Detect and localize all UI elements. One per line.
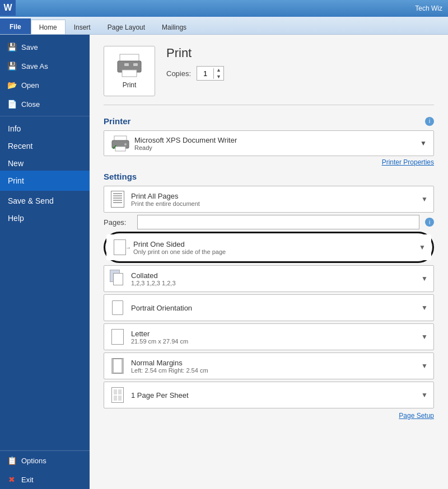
copies-value: 1 xyxy=(197,68,214,79)
svg-point-8 xyxy=(124,143,127,145)
settings-row-print-one-sided[interactable]: Print One Sided Only print on one side o… xyxy=(106,234,431,260)
print-title: Print xyxy=(166,46,434,60)
copies-up-arrow[interactable]: ▲ xyxy=(214,67,223,73)
print-one-sided-icon xyxy=(112,238,128,256)
collated-sub: 1,2,3 1,2,3 1,2,3 xyxy=(131,280,416,286)
sidebar-item-print[interactable]: Print xyxy=(0,171,90,191)
margins-title: Normal Margins xyxy=(131,359,416,367)
main-content: 💾 Save 💾 Save As 📂 Open 📄 Close Info Rec… xyxy=(0,35,448,489)
print-one-sided-text: Print One Sided Only print on one side o… xyxy=(133,240,413,255)
print-all-pages-text: Print All Pages Print the entire documen… xyxy=(131,192,416,207)
margins-text: Normal Margins Left: 2.54 cm Right: 2.54… xyxy=(131,359,416,374)
printer-section-header: Printer i xyxy=(104,116,434,126)
app-title: Tech Wiz xyxy=(0,4,442,12)
letter-text: Letter 21.59 cm x 27.94 cm xyxy=(131,330,416,345)
open-icon: 📂 xyxy=(7,80,17,90)
print-all-pages-arrow[interactable]: ▼ xyxy=(421,195,428,203)
title-bar: W Tech Wiz xyxy=(0,0,448,17)
pages-input[interactable] xyxy=(137,215,419,229)
persheet-text: 1 Page Per Sheet xyxy=(131,391,416,399)
print-all-pages-sub: Print the entire document xyxy=(131,200,416,207)
letter-title: Letter xyxy=(131,330,416,338)
persheet-arrow[interactable]: ▼ xyxy=(421,391,428,399)
collated-title: Collated xyxy=(131,271,416,280)
tab-pagelayout[interactable]: Page Layout xyxy=(99,20,153,34)
settings-row-collated[interactable]: Collated 1,2,3 1,2,3 1,2,3 ▼ xyxy=(104,265,434,292)
options-icon: 📋 xyxy=(7,455,17,466)
sidebar-item-info[interactable]: Info xyxy=(0,119,90,136)
printer-info: Microsoft XPS Document Writer Ready xyxy=(134,136,414,151)
letter-sub: 21.59 cm x 27.94 cm xyxy=(131,338,416,345)
printer-section-title: Printer xyxy=(104,116,130,126)
settings-row-print-all-pages[interactable]: Print All Pages Print the entire documen… xyxy=(104,186,434,213)
sidebar-item-open[interactable]: 📂 Open xyxy=(0,76,90,95)
persheet-icon xyxy=(110,386,125,404)
sidebar-item-close[interactable]: 📄 Close xyxy=(0,95,90,114)
print-one-sided-arrow[interactable]: ▼ xyxy=(419,243,426,251)
exit-icon: ✖ xyxy=(7,474,17,485)
printer-status: Ready xyxy=(134,144,414,151)
print-settings-right: Print Copies: 1 ▲ ▼ xyxy=(166,46,434,81)
settings-row-letter[interactable]: Letter 21.59 cm x 27.94 cm ▼ xyxy=(104,323,434,350)
sidebar-label-saveas: Save As xyxy=(21,62,48,70)
printer-large-icon xyxy=(115,53,143,78)
page-setup-link[interactable]: Page Setup xyxy=(104,412,434,420)
sidebar-item-options[interactable]: 📋 Options xyxy=(0,451,90,470)
letter-arrow[interactable]: ▼ xyxy=(421,333,428,341)
printer-properties-link[interactable]: Printer Properties xyxy=(104,158,434,166)
saveas-icon: 💾 xyxy=(7,61,17,71)
settings-row-margins[interactable]: Normal Margins Left: 2.54 cm Right: 2.54… xyxy=(104,352,434,379)
settings-section-header: Settings xyxy=(104,172,434,181)
margins-arrow[interactable]: ▼ xyxy=(421,362,428,370)
tab-file[interactable]: File xyxy=(0,18,31,34)
sidebar-item-new[interactable]: New xyxy=(0,153,90,171)
pages-row: Pages: i xyxy=(104,215,434,229)
pages-info-icon[interactable]: i xyxy=(425,218,434,227)
sidebar-label-close: Close xyxy=(21,100,40,109)
tab-home[interactable]: Home xyxy=(31,20,66,34)
portrait-text: Portrait Orientation xyxy=(131,304,416,312)
sidebar-item-exit[interactable]: ✖ Exit xyxy=(0,470,90,489)
sidebar-item-savesend[interactable]: Save & Send xyxy=(0,191,90,208)
sidebar-item-recent[interactable]: Recent xyxy=(0,136,90,153)
tab-insert[interactable]: Insert xyxy=(66,20,99,34)
copies-input[interactable]: 1 ▲ ▼ xyxy=(197,66,224,81)
persheet-title: 1 Page Per Sheet xyxy=(131,391,416,399)
printer-ready-check: ✓ xyxy=(112,143,118,151)
printer-row[interactable]: ✓ Microsoft XPS Document Writer Ready ▼ xyxy=(104,130,434,156)
close-icon: 📄 xyxy=(7,99,17,109)
printer-name: Microsoft XPS Document Writer xyxy=(134,136,414,144)
copies-arrows[interactable]: ▲ ▼ xyxy=(214,67,223,80)
tab-mailings[interactable]: Mailings xyxy=(153,20,195,34)
sidebar-item-help[interactable]: Help xyxy=(0,208,90,225)
divider-1 xyxy=(0,116,90,116)
print-button-label: Print xyxy=(123,81,137,89)
margins-sub: Left: 2.54 cm Right: 2.54 cm xyxy=(131,367,416,374)
pages-label: Pages: xyxy=(104,218,132,227)
sidebar: 💾 Save 💾 Save As 📂 Open 📄 Close Info Rec… xyxy=(0,35,90,489)
sidebar-label-options: Options xyxy=(21,457,46,465)
sidebar-item-saveas[interactable]: 💾 Save As xyxy=(0,57,90,76)
print-header: Print Print Copies: 1 ▲ ▼ xyxy=(104,46,434,105)
printer-dropdown-arrow[interactable]: ▼ xyxy=(420,139,427,147)
print-button[interactable]: Print xyxy=(104,46,155,96)
sidebar-label-save: Save xyxy=(21,43,38,51)
copies-down-arrow[interactable]: ▼ xyxy=(214,73,223,80)
settings-row-persheet[interactable]: 1 Page Per Sheet ▼ xyxy=(104,382,434,408)
collated-arrow[interactable]: ▼ xyxy=(421,275,428,283)
settings-section-title: Settings xyxy=(104,172,137,181)
portrait-arrow[interactable]: ▼ xyxy=(421,304,428,312)
printer-info-icon[interactable]: i xyxy=(425,117,434,126)
letter-icon xyxy=(110,328,125,346)
svg-rect-3 xyxy=(124,63,129,66)
svg-rect-2 xyxy=(122,70,137,77)
ribbon: File Home Insert Page Layout Mailings xyxy=(0,17,448,35)
settings-row-portrait[interactable]: Portrait Orientation ▼ xyxy=(104,294,434,321)
sidebar-bottom: 📋 Options ✖ Exit xyxy=(0,450,90,489)
portrait-title: Portrait Orientation xyxy=(131,304,416,312)
print-all-pages-title: Print All Pages xyxy=(131,192,416,200)
content-area: Print Print Copies: 1 ▲ ▼ Printe xyxy=(90,35,448,489)
sidebar-item-save[interactable]: 💾 Save xyxy=(0,37,90,57)
collated-text: Collated 1,2,3 1,2,3 1,2,3 xyxy=(131,271,416,286)
word-icon: W xyxy=(0,0,16,16)
